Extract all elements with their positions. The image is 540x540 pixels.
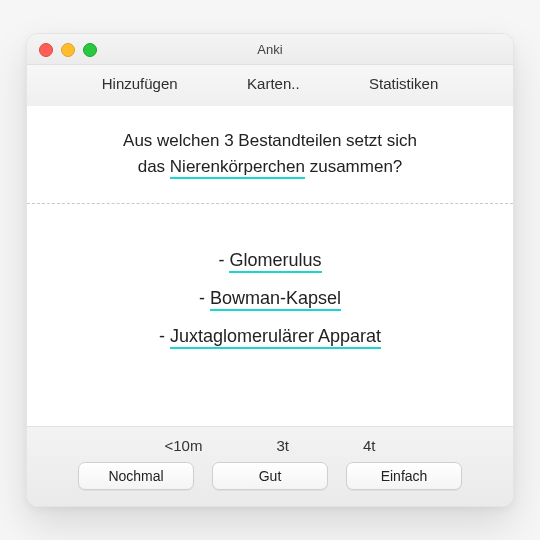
question-text: das (138, 157, 170, 176)
card-question: Aus welchen 3 Bestandteilen setzt sich d… (27, 106, 513, 203)
answer-line: - Juxtaglomerulärer Apparat (57, 318, 483, 354)
card-answer: - Glomerulus - Bowman-Kapsel - Juxtaglom… (27, 204, 513, 426)
good-button[interactable]: Gut (212, 462, 328, 490)
titlebar: Anki (27, 34, 513, 65)
answer-line: - Bowman-Kapsel (57, 280, 483, 316)
interval-again: <10m (165, 437, 203, 454)
answer-buttons: Nochmal Gut Einfach (27, 462, 513, 490)
answer-item: Glomerulus (229, 250, 321, 273)
again-button[interactable]: Nochmal (78, 462, 194, 490)
interval-easy: 4t (363, 437, 376, 454)
review-bar: <10m 3t 4t Nochmal Gut Einfach (27, 426, 513, 506)
zoom-icon[interactable] (83, 43, 97, 57)
easy-button[interactable]: Einfach (346, 462, 462, 490)
card-area: Aus welchen 3 Bestandteilen setzt sich d… (27, 106, 513, 426)
minimize-icon[interactable] (61, 43, 75, 57)
toolbar-cards-button[interactable]: Karten.. (247, 75, 300, 92)
close-icon[interactable] (39, 43, 53, 57)
interval-good: 3t (276, 437, 289, 454)
window-controls (39, 43, 97, 57)
window-title: Anki (257, 42, 282, 57)
question-text: zusammen? (305, 157, 402, 176)
toolbar-stats-button[interactable]: Statistiken (369, 75, 438, 92)
toolbar: Hinzufügen Karten.. Statistiken (27, 65, 513, 106)
answer-line: - Glomerulus (57, 242, 483, 278)
answer-item: Bowman-Kapsel (210, 288, 341, 311)
question-keyword: Nierenkörperchen (170, 157, 305, 179)
toolbar-add-button[interactable]: Hinzufügen (102, 75, 178, 92)
question-text: Aus welchen 3 Bestandteilen setzt sich (123, 131, 417, 150)
interval-row: <10m 3t 4t (27, 437, 513, 454)
answer-item: Juxtaglomerulärer Apparat (170, 326, 381, 349)
app-window: Anki Hinzufügen Karten.. Statistiken Aus… (26, 33, 514, 507)
